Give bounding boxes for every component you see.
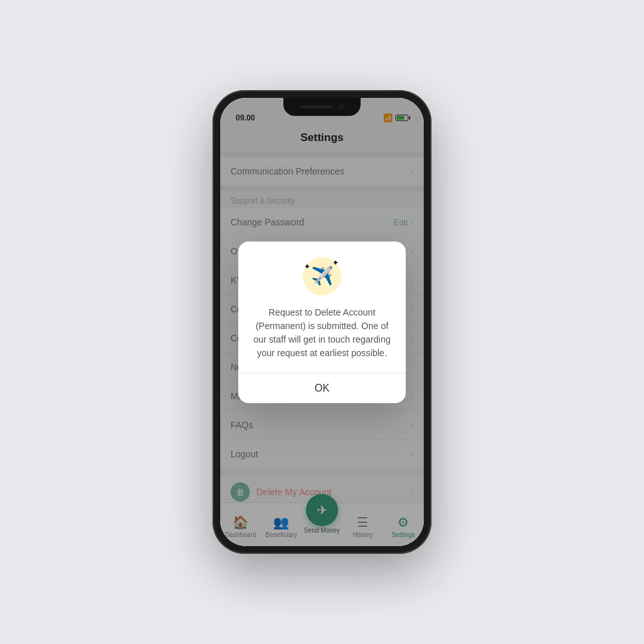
phone-frame: 09.00 📶 Settings Communication Preferenc… <box>213 90 431 554</box>
modal-card: ✈️ ✦ ✦ Request to Delete Account (Perman… <box>238 242 406 403</box>
modal-icon-area: ✈️ ✦ ✦ <box>251 257 393 296</box>
sparkle-icon-1: ✦ <box>332 258 339 267</box>
modal-emoji-circle: ✈️ ✦ ✦ <box>303 257 341 296</box>
paper-plane-icon: ✈️ <box>311 265 334 287</box>
sparkle-icon-2: ✦ <box>304 262 310 271</box>
modal-overlay: ✈️ ✦ ✦ Request to Delete Account (Perman… <box>220 98 424 546</box>
modal-message: Request to Delete Account (Permanent) is… <box>251 306 393 360</box>
phone-screen: 09.00 📶 Settings Communication Preferenc… <box>220 98 424 546</box>
modal-ok-button[interactable]: OK <box>238 374 406 403</box>
